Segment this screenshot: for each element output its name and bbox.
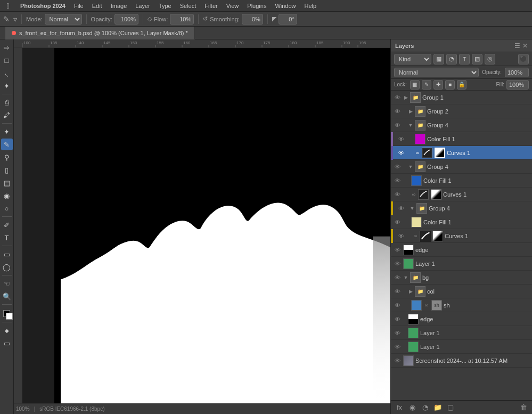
filter-toggle-btn[interactable]: ⚫	[518, 54, 529, 64]
layer-visibility-toggle[interactable]: 👁	[393, 246, 402, 254]
kind-dropdown[interactable]: Kind	[394, 54, 431, 64]
type-filter-btn[interactable]: T	[459, 54, 470, 64]
screen-mode-tool[interactable]: ▭	[1, 337, 13, 349]
layer-visibility-toggle[interactable]: 👁	[393, 301, 402, 310]
menu-item-filter[interactable]: Filter	[200, 2, 222, 10]
layer-row[interactable]: 👁 Layer 1	[391, 326, 532, 340]
crop-tool[interactable]: ⎙	[1, 96, 13, 108]
layer-row[interactable]: 👁 Layer 1	[391, 340, 532, 354]
layers-panel-close-icon[interactable]: ✕	[522, 42, 528, 50]
layer-visibility-toggle[interactable]: 👁	[393, 163, 402, 171]
menu-item-image[interactable]: Image	[107, 2, 132, 10]
background-color[interactable]	[6, 313, 13, 320]
text-tool[interactable]: T	[1, 232, 13, 243]
color-swatch[interactable]	[1, 308, 13, 320]
gradient-tool[interactable]: ▤	[1, 177, 13, 189]
layer-row[interactable]: 👁 ∞ Curves 1	[391, 188, 532, 201]
add-mask-button[interactable]: ◉	[407, 402, 418, 413]
layer-row[interactable]: 👁 edge	[391, 312, 532, 326]
smart-filter-btn[interactable]: ◎	[485, 54, 495, 64]
layer-visibility-toggle[interactable]: 👁	[393, 190, 402, 199]
layer-row[interactable]: 👁 Layer 1	[391, 257, 532, 271]
dodge-tool[interactable]: ○	[1, 202, 13, 214]
layer-fx-button[interactable]: fx	[394, 402, 405, 413]
layer-visibility-toggle[interactable]: 👁	[393, 329, 402, 337]
layer-row[interactable]: 👁 ▶ 📁 Group 1	[391, 91, 532, 104]
layer-collapse-arrow[interactable]: ▼	[408, 123, 413, 128]
menu-item-select[interactable]: Select	[176, 2, 201, 10]
shape-filter-btn[interactable]: ▧	[472, 54, 482, 64]
layer-collapse-arrow[interactable]: ▶	[408, 289, 413, 294]
layer-row[interactable]: 👁 ▼ 📁 Group 4	[391, 118, 532, 132]
layer-row[interactable]: 👁 Color Fill 1	[391, 132, 532, 146]
layer-visibility-toggle[interactable]: 👁	[393, 343, 402, 351]
layers-panel-menu-icon[interactable]: ☰	[514, 42, 520, 50]
spot-heal-tool[interactable]: ✦	[1, 126, 13, 137]
smoothing-input[interactable]	[242, 14, 263, 25]
layer-row[interactable]: 👁 Color Fill 1	[391, 174, 532, 188]
flow-input[interactable]	[170, 14, 194, 25]
pixel-filter-btn[interactable]: ▩	[433, 54, 444, 64]
layer-collapse-arrow[interactable]: ▼	[408, 164, 413, 169]
opacity-input[interactable]	[114, 14, 138, 25]
layer-visibility-toggle[interactable]: 👁	[393, 176, 402, 185]
fill-input[interactable]	[506, 80, 529, 90]
document-canvas[interactable]	[54, 48, 390, 403]
shape-tool[interactable]: ▭	[1, 248, 13, 260]
layer-collapse-arrow[interactable]: ▶	[403, 95, 408, 100]
layer-collapse-arrow[interactable]: ▼	[403, 275, 408, 280]
lock-position-btn[interactable]: ✚	[433, 80, 443, 90]
menu-item-layer[interactable]: Layer	[131, 2, 154, 10]
layer-row[interactable]: 👁 ∞ sh sh	[391, 298, 532, 312]
clone-stamp-tool[interactable]: ⚲	[1, 151, 13, 163]
add-layer-button[interactable]: ▢	[445, 402, 456, 413]
menu-item-help[interactable]: Help	[300, 2, 321, 10]
add-adjustment-button[interactable]: ◔	[420, 402, 430, 413]
layer-visibility-toggle[interactable]: 👁	[393, 121, 402, 129]
layer-row[interactable]: 👁 ▶ 📁 col	[391, 285, 532, 298]
lock-all-btn[interactable]: 🔒	[457, 80, 466, 90]
menu-item-type[interactable]: Type	[154, 2, 176, 10]
layer-row[interactable]: 👁 ∞ Curves 1	[391, 146, 532, 160]
layer-row[interactable]: 👁 ∞ Curves 1	[391, 229, 532, 243]
layer-visibility-toggle[interactable]: 👁	[393, 107, 402, 116]
lock-pixels-btn[interactable]: ▩	[410, 80, 420, 90]
eraser-tool[interactable]: ▯	[1, 164, 13, 176]
mode-dropdown[interactable]: Normal	[45, 14, 82, 25]
quick-mask-tool[interactable]: ◆	[1, 324, 13, 336]
layer-row[interactable]: 👁 ▼ 📁 bg	[391, 271, 532, 285]
eyedropper-tool[interactable]: 🖍	[1, 109, 13, 121]
layer-visibility-toggle[interactable]: 👁	[397, 135, 405, 143]
menu-item-file[interactable]: File	[70, 2, 88, 10]
layer-visibility-toggle[interactable]: 👁	[393, 315, 402, 323]
adjustment-filter-btn[interactable]: ◔	[446, 54, 457, 64]
tab-close-dot[interactable]	[12, 31, 16, 35]
lock-artboard-btn[interactable]: ■	[445, 80, 455, 90]
document-tab[interactable]: s_front_ex_for_forum_b.psd @ 100% (Curve…	[5, 27, 195, 39]
layer-visibility-toggle[interactable]: 👁	[397, 204, 405, 213]
layer-row[interactable]: 👁 Color Fill 1	[391, 215, 532, 229]
move-tool[interactable]: ⇨	[1, 42, 13, 53]
hand-tool[interactable]: ☜	[1, 278, 13, 289]
angle-input[interactable]	[279, 14, 297, 25]
magic-wand-tool[interactable]: ✦	[1, 80, 13, 92]
layer-row[interactable]: 👁 ▶ 📁 Group 2	[391, 104, 532, 118]
select-rect-tool[interactable]: □	[1, 54, 13, 66]
lasso-tool[interactable]: ◟	[1, 67, 13, 79]
blur-tool[interactable]: ◉	[1, 190, 13, 201]
layer-visibility-toggle[interactable]: 👁	[393, 356, 402, 365]
menu-item-plugins[interactable]: Plugins	[243, 2, 271, 10]
menu-item-view[interactable]: View	[222, 2, 243, 10]
brush-tool active[interactable]: ✎	[1, 139, 13, 150]
zoom-tool[interactable]: 🔍	[1, 290, 13, 302]
layer-collapse-arrow[interactable]: ▼	[410, 206, 415, 211]
layer-visibility-toggle[interactable]: 👁	[393, 273, 402, 282]
layer-row[interactable]: 👁 Screenshot 2024-... at 10.12.57 AM	[391, 354, 532, 368]
delete-layer-button[interactable]: 🗑	[518, 402, 529, 413]
layer-visibility-toggle[interactable]: 👁	[397, 149, 405, 157]
menu-item-edit[interactable]: Edit	[88, 2, 107, 10]
layer-row[interactable]: 👁 edge	[391, 243, 532, 257]
layer-visibility-toggle[interactable]: 👁	[393, 218, 402, 226]
layer-visibility-toggle[interactable]: 👁	[393, 259, 402, 268]
pen-tool[interactable]: ✐	[1, 219, 13, 231]
